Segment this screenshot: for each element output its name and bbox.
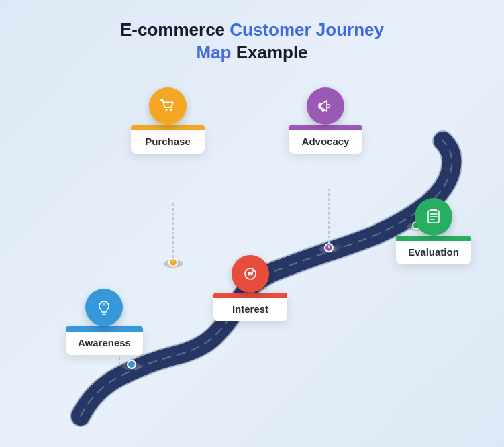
- evaluation-bar: [396, 236, 471, 241]
- interest-bar: [213, 293, 287, 298]
- purchase-bar: [131, 125, 205, 130]
- awareness-label: Awareness: [78, 337, 131, 348]
- checklist-icon: [424, 207, 443, 226]
- svg-point-23: [252, 270, 254, 272]
- title-text-3: Map: [196, 42, 231, 62]
- evaluation-icon-circle: [415, 198, 452, 236]
- advocacy-card: Advocacy: [289, 125, 362, 154]
- interest-icon-circle: [232, 255, 269, 293]
- heart-icon: [241, 264, 260, 283]
- stage-awareness: Awareness: [66, 289, 143, 355]
- stage-advocacy: Advocacy: [289, 87, 362, 154]
- megaphone-icon: [316, 97, 335, 115]
- advocacy-label: Advocacy: [301, 136, 350, 147]
- awareness-card: Awareness: [66, 326, 143, 355]
- advocacy-bar: [289, 125, 362, 130]
- svg-point-9: [128, 360, 136, 368]
- stage-evaluation: Evaluation: [396, 198, 471, 264]
- bulb-icon: [95, 298, 113, 317]
- interest-card: Interest: [213, 293, 287, 321]
- evaluation-label: Evaluation: [408, 246, 459, 258]
- page-container: E-commerce Customer Journey Map Example: [0, 0, 504, 447]
- awareness-icon-circle: [85, 289, 123, 326]
- purchase-label: Purchase: [143, 136, 193, 147]
- cart-icon: [158, 97, 177, 115]
- title-text-1: E-commerce: [120, 19, 230, 40]
- svg-point-16: [166, 109, 168, 111]
- title-text-4: Example: [231, 42, 307, 62]
- advocacy-icon-circle: [307, 87, 344, 125]
- stage-purchase: Purchase: [131, 87, 205, 154]
- purchase-card: Purchase: [131, 125, 205, 154]
- purchase-icon-circle: [149, 87, 187, 125]
- svg-point-22: [245, 268, 256, 279]
- stage-interest: Interest: [213, 255, 287, 321]
- awareness-bar: [66, 326, 143, 332]
- evaluation-card: Evaluation: [396, 236, 471, 264]
- svg-point-17: [170, 109, 172, 111]
- interest-label: Interest: [225, 303, 275, 315]
- title-text-2: Customer Journey: [230, 19, 384, 40]
- title-area: E-commerce Customer Journey Map Example: [0, 0, 504, 64]
